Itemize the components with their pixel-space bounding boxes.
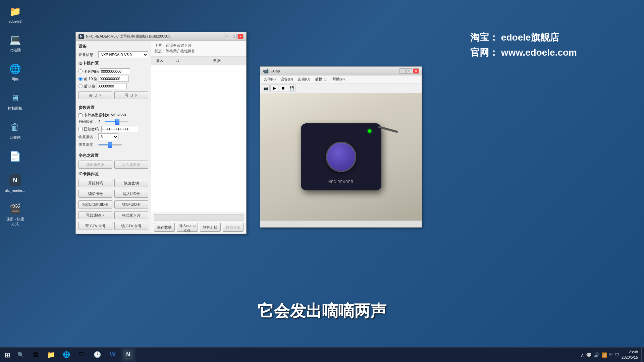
recycle-bin-icon: 🗑 — [8, 120, 22, 134]
ecap-maximize-button[interactable]: □ — [406, 68, 412, 74]
back8-input[interactable] — [97, 83, 127, 89]
taskbar-app-word[interactable]: W — [105, 348, 120, 362]
cell-block — [168, 65, 188, 71]
id-section-title: ID卡操作区 — [78, 61, 148, 66]
ecap-toolbar: 📷 ▶ ⏹ 💾 — [260, 83, 422, 93]
analyze-button[interactable]: 数据分析 — [223, 223, 244, 232]
lock-gtv-button[interactable]: 锁 GTV 卡号 — [114, 222, 148, 230]
menu-device[interactable]: 设备(D) — [278, 76, 295, 82]
desktop-icon-edoele2[interactable]: 📁 edoele2 — [3, 3, 27, 25]
taskbar-apps: ⧉ 📁 🌐 🛡 🕐 W N — [28, 348, 136, 362]
upgrade-button[interactable]: 软件升级 — [200, 223, 221, 232]
watermark-line2: 官网： www.edoele.com — [470, 45, 577, 60]
card-code-input[interactable] — [100, 68, 130, 74]
status-bar — [154, 214, 244, 221]
front10-input[interactable] — [99, 76, 129, 82]
minimize-button[interactable]: − — [224, 34, 230, 39]
device-section-title: 设备 — [78, 44, 148, 49]
ecap-title-icon: 📹 — [263, 68, 269, 74]
card-type-checkbox[interactable] — [78, 113, 83, 117]
tray-chat[interactable]: 💬 — [586, 352, 592, 358]
file-x-icon: 📄 — [8, 149, 22, 163]
taskbar-app-nfc[interactable]: N — [121, 348, 136, 362]
toolbar-camera-btn[interactable]: 📷 — [262, 84, 270, 92]
taskbar-nfc-icon: N — [123, 350, 133, 360]
start-button[interactable]: ⊞ — [0, 348, 15, 362]
write-id-button[interactable]: 写 ID 卡 — [114, 91, 148, 99]
watermark-line1: 淘宝： edoele旗舰店 — [470, 30, 577, 45]
desktop-icon-this-pc[interactable]: 💻 此电脑 — [3, 32, 27, 54]
nfc-window-controls: − □ ✕ — [224, 34, 244, 39]
ic-btn-row3: 写CUID/FUID卡 锁NFUID卡 — [78, 200, 148, 208]
taskbar-app-task-view[interactable]: ⧉ — [28, 348, 43, 362]
desktop-icon-file-x[interactable]: 📄 — [3, 148, 27, 166]
tray-ime[interactable]: 中 — [609, 352, 613, 357]
radio-front10[interactable] — [78, 77, 83, 81]
read-ic-button[interactable]: 读IC卡号 — [78, 190, 112, 198]
slider-thumb[interactable] — [115, 119, 119, 125]
radio-card-code-row: 卡片内码 — [78, 68, 148, 74]
start-decrypt-button[interactable]: 开始解码 — [78, 179, 112, 187]
radio-card-code[interactable] — [78, 69, 83, 73]
tray-volume[interactable]: 🔊 — [594, 352, 599, 358]
import-dump-button[interactable]: 导入dump文件 — [177, 223, 198, 232]
radio-back8-row: 后 8 位 — [78, 83, 148, 89]
recover-sector-row: 恢复扇区： 3 — [78, 133, 148, 140]
desktop-icon-video[interactable]: 🎬 视频 - 快捷 方式 — [3, 200, 27, 228]
write-cuid-button[interactable]: 写CUID/FUID卡 — [78, 200, 112, 208]
menu-help[interactable]: 帮助(H) — [330, 76, 347, 82]
recover-depth-label: 恢复深度 — [78, 142, 97, 147]
tray-shield[interactable]: 🛡 — [615, 352, 620, 358]
desktop-icon-nfc-reader[interactable]: N nfc_reader... — [3, 172, 27, 194]
menu-option[interactable]: 选项(O) — [296, 76, 312, 82]
known-pwd-input[interactable] — [101, 126, 138, 132]
write-gtv-button[interactable]: 写 GTV 卡号 — [78, 222, 112, 230]
taskbar-app-antivirus[interactable]: 🛡 — [74, 348, 89, 362]
format-card-button[interactable]: 格式化卡片 — [114, 211, 148, 219]
menu-capture[interactable]: 捕捉(C) — [313, 76, 329, 82]
recover-sector-select[interactable]: 3 — [98, 133, 118, 140]
desktop-icon-recycle[interactable]: 🗑 回收站 — [3, 119, 27, 141]
ecap-minimize-button[interactable]: − — [399, 68, 406, 74]
write-chameleon-button[interactable]: 写入龟数据 — [114, 161, 148, 169]
taskbar-app-misc1[interactable]: 🕐 — [90, 348, 105, 362]
read-id-button[interactable]: 读 ID 卡 — [78, 91, 112, 99]
recover-depth-slider-container — [98, 144, 148, 145]
toolbar-play-btn[interactable]: ▶ — [270, 84, 278, 92]
ic-btn-row1: 开始解码 恢复密钥 — [78, 179, 148, 187]
recover-key-button[interactable]: 恢复密钥 — [114, 179, 148, 187]
id-btn-row: 读 ID 卡 写 ID 卡 — [78, 91, 148, 99]
slider-thumb2[interactable] — [108, 142, 112, 148]
close-button[interactable]: ✕ — [237, 34, 244, 39]
show-desktop-button[interactable] — [641, 348, 644, 362]
recover-depth-slider[interactable] — [98, 144, 122, 145]
nfc-window-titlebar: N NFC READER V5.0 读写程序(旗舰版) Build:200303… — [76, 32, 246, 41]
taskbar-search-button[interactable]: 🔍 — [15, 349, 27, 361]
toolbar-stop-btn[interactable]: ⏹ — [279, 84, 287, 92]
ecap-bottom-bar — [260, 221, 422, 227]
device-info-select[interactable]: NXP NPCAID V5.0 — [98, 51, 148, 58]
maximize-button[interactable]: □ — [231, 34, 237, 39]
video-icon: 🎬 — [8, 202, 22, 215]
tray-arrow[interactable]: ∧ — [581, 352, 584, 358]
card-status-area: 卡片：还没有读过卡片 状态：等待用户按钮操作 — [151, 41, 246, 57]
known-pwd-checkbox[interactable] — [78, 127, 83, 131]
tray-network[interactable]: 📶 — [601, 352, 607, 358]
menu-file[interactable]: 文件(F) — [262, 76, 278, 82]
taskbar-app-browser[interactable]: 🌐 — [59, 348, 74, 362]
write-uid-button[interactable]: 写入UID卡 — [114, 190, 148, 198]
decode-level-slider[interactable] — [105, 121, 128, 122]
taskbar-app-explorer[interactable]: 📁 — [44, 348, 58, 362]
lock-fuid-button[interactable]: 锁NFUID卡 — [114, 200, 148, 208]
divider1 — [78, 102, 148, 102]
save-data-button[interactable]: 保存数据 — [154, 223, 175, 232]
system-clock[interactable]: 23:08 2020/5/15 — [622, 350, 638, 360]
read-chameleon-button[interactable]: 读出龟数据 — [78, 161, 112, 169]
desktop-icon-control-panel[interactable]: 🖥 控制面板 — [3, 90, 27, 112]
ic-btn-row2: 读IC卡号 写入UID卡 — [78, 190, 148, 198]
toolbar-save-btn[interactable]: 💾 — [288, 84, 296, 92]
desktop-icon-network[interactable]: 🌐 网络 — [3, 61, 27, 83]
ecap-close-button[interactable]: ✕ — [413, 68, 419, 74]
radio-back8[interactable] — [78, 84, 83, 88]
write-normal-mi-button[interactable]: 写普通MI卡 — [78, 211, 112, 219]
